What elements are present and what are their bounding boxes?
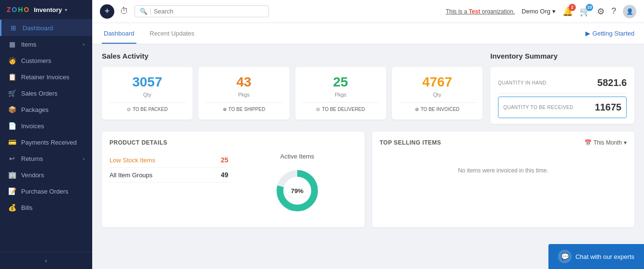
sidebar-item-label: Sales Orders bbox=[21, 90, 58, 97]
main-area: + ⏱ 🔍 This is a Test organization. Demo … bbox=[92, 0, 644, 269]
sidebar-item-purchase-orders[interactable]: 📝 Purchase Orders bbox=[0, 183, 92, 199]
top-selling-header: TOP SELLING ITEMS 📅 This Month ▾ bbox=[380, 139, 627, 146]
sidebar-item-label: Bills bbox=[21, 204, 33, 211]
avatar[interactable]: 👤 bbox=[623, 5, 636, 18]
inv-in-hand-label: QUANTITY IN HAND bbox=[498, 80, 547, 86]
org-selector[interactable]: Demo Org ▾ bbox=[522, 8, 556, 15]
avatar-icon: 👤 bbox=[626, 8, 633, 15]
zoho-h: H bbox=[18, 6, 23, 13]
tab-recent-updates[interactable]: Recent Updates bbox=[148, 23, 196, 44]
items-icon: ▦ bbox=[8, 40, 16, 48]
delivered-icon: ⊙ bbox=[316, 107, 320, 112]
help-icon: ? bbox=[611, 6, 616, 16]
sales-card-packed[interactable]: 3057 Qty ⊙ TO BE PACKED bbox=[102, 67, 193, 120]
tab-dashboard[interactable]: Dashboard bbox=[102, 23, 136, 44]
cart-button[interactable]: 🛒 10 bbox=[580, 6, 590, 17]
packed-icon: ⊙ bbox=[127, 107, 131, 112]
delivered-label: TO BE DELIVERED bbox=[322, 107, 365, 112]
period-chevron-icon: ▾ bbox=[624, 139, 627, 146]
dashboard-bottom: PRODUCT DETAILS Low Stock Items 25 All I… bbox=[92, 132, 644, 235]
sidebar-item-packages[interactable]: 📦 Packages bbox=[0, 101, 92, 118]
inv-row-to-receive: QUANTITY TO BE RECEIVED 11675 bbox=[498, 97, 627, 118]
sidebar-item-label: Invoices bbox=[21, 122, 44, 130]
invoiced-label-row[interactable]: ⊛ TO BE INVOICED bbox=[399, 107, 476, 112]
org-chevron-icon: ▾ bbox=[552, 8, 556, 15]
sidebar-item-payments-received[interactable]: 💳 Payments Received bbox=[0, 134, 92, 150]
inventory-summary-title: Inventory Summary bbox=[490, 52, 634, 60]
sidebar-item-vendors[interactable]: 🏢 Vendors bbox=[0, 167, 92, 183]
help-button[interactable]: ? bbox=[611, 6, 616, 16]
sidebar-item-customers[interactable]: 🧑 Customers bbox=[0, 52, 92, 69]
sidebar-item-bills[interactable]: 💰 Bills bbox=[0, 199, 92, 216]
sidebar-item-invoices[interactable]: 📄 Invoices bbox=[0, 118, 92, 134]
notifications-button[interactable]: 🔔 2 bbox=[562, 6, 573, 17]
shipped-label: TO BE SHIPPED bbox=[229, 107, 266, 112]
sales-card-invoiced[interactable]: 4767 Qty ⊛ TO BE INVOICED bbox=[392, 67, 483, 120]
product-details-title: PRODUCT DETAILS bbox=[109, 139, 168, 146]
top-selling-title: TOP SELLING ITEMS bbox=[380, 139, 441, 146]
sidebar-item-label: Returns bbox=[21, 155, 43, 162]
no-items-text: No items were invoiced in this time. bbox=[380, 153, 627, 188]
low-stock-label: Low Stock Items bbox=[109, 157, 155, 164]
sales-card-shipped[interactable]: 43 Pkgs ⊕ TO BE SHIPPED bbox=[198, 67, 289, 120]
shipped-label-row[interactable]: ⊕ TO BE SHIPPED bbox=[205, 107, 282, 112]
inv-in-hand-value: 5821.6 bbox=[597, 77, 627, 88]
packed-label-row[interactable]: ⊙ TO BE PACKED bbox=[109, 107, 186, 112]
search-input[interactable] bbox=[154, 8, 264, 15]
item-groups-label: All Item Groups bbox=[109, 171, 153, 179]
search-icon: 🔍 bbox=[140, 8, 147, 15]
sidebar-item-label: Payments Received bbox=[21, 139, 77, 146]
product-details-header: PRODUCT DETAILS bbox=[109, 139, 357, 146]
sidebar-item-dashboard[interactable]: ⊞ Dashboard bbox=[0, 20, 92, 36]
test-org-suffix: organization. bbox=[482, 8, 515, 15]
top-selling-section: TOP SELLING ITEMS 📅 This Month ▾ No item… bbox=[372, 132, 635, 227]
donut-percentage: 79% bbox=[291, 187, 304, 195]
zoho-o2: O bbox=[24, 6, 29, 13]
org-name: Demo Org bbox=[522, 8, 550, 15]
search-divider bbox=[150, 8, 151, 15]
purchase-orders-icon: 📝 bbox=[8, 187, 16, 195]
packages-icon: 📦 bbox=[8, 106, 16, 113]
notifications-badge: 2 bbox=[569, 4, 576, 11]
low-stock-value: 25 bbox=[221, 156, 229, 164]
product-row-low-stock[interactable]: Low Stock Items 25 bbox=[109, 153, 228, 168]
sidebar-collapse-button[interactable]: ‹ bbox=[0, 252, 92, 269]
packed-value: 3057 bbox=[109, 74, 186, 90]
sidebar-item-retainer-invoices[interactable]: 📋 Retainer Invoices bbox=[0, 69, 92, 85]
history-button[interactable]: ⏱ bbox=[120, 6, 129, 16]
chat-button[interactable]: 💬 Chat with our experts bbox=[548, 244, 644, 269]
chevron-down-icon: ▾ bbox=[65, 7, 67, 12]
dashboard-tabs: Dashboard Recent Updates ▶ Getting Start… bbox=[92, 23, 644, 44]
add-button[interactable]: + bbox=[100, 4, 114, 19]
dashboard-icon: ⊞ bbox=[9, 24, 18, 32]
sales-activity-title: Sales Activity bbox=[102, 52, 483, 60]
sidebar-item-label: Items bbox=[21, 41, 36, 48]
getting-started-button[interactable]: ▶ Getting Started bbox=[585, 30, 634, 37]
settings-button[interactable]: ⚙ bbox=[597, 6, 605, 17]
sales-card-delivered[interactable]: 25 Pkgs ⊙ TO BE DELIVERED bbox=[295, 67, 386, 120]
chat-icon: 💬 bbox=[558, 250, 571, 263]
month-selector[interactable]: 📅 This Month ▾ bbox=[584, 139, 627, 146]
product-row-item-groups[interactable]: All Item Groups 49 bbox=[109, 168, 228, 183]
item-groups-value: 49 bbox=[221, 171, 229, 179]
returns-icon: ↩ bbox=[8, 155, 16, 162]
sales-orders-icon: 🛒 bbox=[8, 89, 16, 97]
delivered-label-row[interactable]: ⊙ TO BE DELIVERED bbox=[302, 107, 379, 112]
month-label: This Month bbox=[594, 139, 622, 146]
sidebar-item-returns[interactable]: ↩ Returns › bbox=[0, 150, 92, 167]
sidebar-item-label: Purchase Orders bbox=[21, 188, 68, 195]
delivered-unit: Pkgs bbox=[302, 92, 379, 98]
zoho-o1: O bbox=[12, 6, 17, 13]
sidebar-item-items[interactable]: ▦ Items › bbox=[0, 36, 92, 52]
search-box[interactable]: 🔍 bbox=[134, 5, 269, 17]
topbar: + ⏱ 🔍 This is a Test organization. Demo … bbox=[92, 0, 644, 23]
shipped-icon: ⊕ bbox=[223, 107, 227, 112]
sidebar-logo[interactable]: Z O H O Inventory ▾ bbox=[0, 0, 92, 20]
sales-activity-section: Sales Activity 3057 Qty ⊙ TO BE PACKED bbox=[102, 52, 483, 124]
sidebar-item-sales-orders[interactable]: 🛒 Sales Orders bbox=[0, 85, 92, 101]
app-name: Inventory bbox=[34, 6, 62, 13]
arrow-icon: › bbox=[83, 156, 85, 161]
inventory-summary-section: Inventory Summary QUANTITY IN HAND 5821.… bbox=[490, 52, 634, 124]
sales-cards: 3057 Qty ⊙ TO BE PACKED 43 Pkgs bbox=[102, 67, 483, 120]
sidebar-item-label: Packages bbox=[21, 106, 49, 113]
